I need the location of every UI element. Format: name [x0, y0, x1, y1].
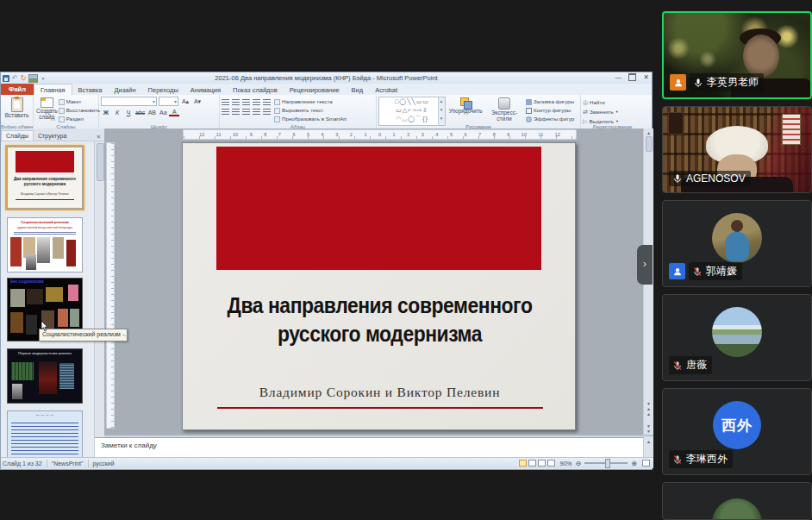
slide-thumbnail-2[interactable]: Социалистический реализм художественный …: [7, 217, 83, 273]
tab-insert[interactable]: Вставка: [72, 85, 109, 95]
tab-review[interactable]: Рецензирование: [284, 85, 346, 95]
align-left-icon[interactable]: [222, 109, 229, 115]
new-slide-button[interactable]: Создать слайд: [35, 97, 59, 122]
shape-outline-button[interactable]: Контур фигуры: [526, 107, 574, 114]
tab-home[interactable]: Главная: [34, 84, 72, 95]
slide-sorter-view-button[interactable]: [528, 460, 536, 467]
tab-view[interactable]: Вид: [346, 85, 370, 95]
bullets-icon[interactable]: [222, 99, 229, 105]
reading-view-button[interactable]: [538, 460, 546, 467]
participant-name: 李英男老师: [707, 75, 759, 90]
smartart-button[interactable]: Преобразовать в SmartArt: [274, 116, 347, 122]
shape-effects-button[interactable]: Эффекты фигур: [526, 116, 574, 122]
layout-button[interactable]: Макет: [59, 98, 101, 105]
video-panel-toggle[interactable]: ›: [637, 245, 653, 285]
tab-acrobat[interactable]: Acrobat: [369, 85, 403, 95]
close-panel-icon[interactable]: ✕: [93, 134, 104, 141]
normal-view-button[interactable]: [519, 460, 527, 467]
decrease-indent-icon[interactable]: [242, 99, 250, 105]
qat-dropdown-icon[interactable]: ▼: [41, 76, 45, 81]
zoom-slider[interactable]: [584, 462, 628, 464]
find-button[interactable]: ◎Найти: [583, 98, 642, 106]
char-spacing-button[interactable]: АВ: [147, 110, 157, 116]
participant-tile-4[interactable]: 唐薇: [662, 294, 812, 381]
tab-slideshow[interactable]: Показ слайдов: [227, 85, 284, 95]
arrange-button[interactable]: Упорядочить: [448, 97, 483, 122]
zoom-out-icon[interactable]: ⊖: [576, 460, 582, 467]
participant-tile-2[interactable]: AGENOSOV: [662, 106, 812, 193]
font-size-combo[interactable]: ▾: [159, 97, 178, 106]
line-spacing-icon[interactable]: [263, 99, 271, 105]
numbering-icon[interactable]: [232, 99, 240, 105]
strikethrough-button[interactable]: abc: [134, 110, 146, 116]
slides-panel-scrollbar[interactable]: ▼: [94, 141, 104, 457]
mic-on-icon: [672, 173, 683, 184]
participant-tile-5[interactable]: 西外 李琳西外: [662, 388, 812, 475]
shapes-gallery-scroll[interactable]: ▲▼▼: [438, 97, 445, 125]
slide-title[interactable]: Два направления современного русского мо…: [214, 291, 546, 348]
scrollbar-thumb[interactable]: [97, 143, 104, 181]
align-center-icon[interactable]: [232, 109, 240, 115]
text-direction-button[interactable]: Направление текста: [274, 98, 347, 105]
slide-canvas[interactable]: Два направления современного русского мо…: [182, 142, 576, 430]
language-indicator[interactable]: русский: [93, 460, 115, 467]
shrink-font-button[interactable]: А▾: [192, 98, 203, 105]
participant-tile-1[interactable]: 李英男老师: [662, 11, 812, 99]
close-button[interactable]: ✕: [643, 73, 649, 81]
section-button[interactable]: Раздел: [59, 116, 101, 122]
quick-access-toolbar: ↶ ↻ ▼: [3, 73, 45, 83]
slide-thumbnail-4[interactable]: Первые модернистские романы: [7, 348, 83, 404]
bold-button[interactable]: Ж: [101, 110, 111, 116]
scroll-up-icon[interactable]: ▲: [644, 130, 653, 135]
font-name-combo[interactable]: ▾: [101, 97, 157, 106]
zoom-slider-thumb[interactable]: [605, 459, 610, 468]
save-icon[interactable]: [3, 75, 9, 82]
shapes-gallery[interactable]: □◯╲╲▭▭ ▭△⌐¬⇨⇩ ◠◡◯⌒{} ▲▼▼: [378, 97, 446, 126]
previous-slide-icon[interactable]: ▲▲: [644, 406, 653, 417]
restore-button[interactable]: [628, 73, 636, 81]
minimize-button[interactable]: —: [615, 73, 621, 81]
increase-indent-icon[interactable]: [253, 99, 260, 105]
undo-icon[interactable]: ↶: [12, 74, 18, 82]
participant5-avatar: 西外: [713, 401, 761, 449]
participant-tile-3[interactable]: 郭靖媛: [662, 200, 812, 287]
edit-scrollbar-thumb[interactable]: [646, 136, 653, 152]
tab-outline-panel[interactable]: Структура: [34, 131, 71, 141]
tab-transitions[interactable]: Переходы: [142, 85, 184, 95]
change-case-button[interactable]: Аа: [158, 110, 168, 116]
tab-slides-panel[interactable]: Слайды: [1, 130, 34, 141]
redo-icon[interactable]: ↻: [21, 74, 27, 82]
slide-red-rectangle[interactable]: [216, 147, 541, 270]
shape-fill-button[interactable]: Заливка фигуры: [526, 98, 574, 105]
zoom-level[interactable]: 90%: [560, 460, 572, 467]
participant3-avatar: [712, 213, 762, 263]
grow-font-button[interactable]: А▴: [180, 98, 191, 105]
tab-animations[interactable]: Анимация: [184, 85, 227, 95]
notes-pane[interactable]: Заметки к слайду: [95, 437, 643, 457]
participant-tile-6[interactable]: [662, 482, 812, 520]
align-right-icon[interactable]: [242, 109, 250, 115]
reset-button[interactable]: Восстановить: [59, 107, 101, 114]
columns-icon[interactable]: [263, 109, 271, 115]
thumb2-image-book: [66, 240, 76, 266]
slideshow-view-button[interactable]: [547, 460, 555, 467]
underline-button[interactable]: Ч: [123, 110, 134, 116]
slide-thumbnail-5[interactable]: — · — · — · —: [7, 410, 83, 457]
paste-button[interactable]: Вставить: [3, 97, 31, 119]
replace-button[interactable]: ⇄Заменить ▼: [583, 108, 642, 116]
tab-file[interactable]: Файл: [1, 84, 34, 95]
slide-subtitle[interactable]: Владимир Сорокин и Виктор Пелевин: [191, 385, 568, 400]
justify-icon[interactable]: [253, 109, 260, 115]
title-bar[interactable]: 2021-06 Два направления модернизма (КНР)…: [1, 72, 652, 84]
zoom-in-icon[interactable]: ⊕: [631, 460, 637, 467]
tab-design[interactable]: Дизайн: [108, 85, 141, 95]
fit-to-window-button[interactable]: [642, 460, 650, 467]
italic-button[interactable]: К: [112, 110, 122, 116]
quick-styles-button[interactable]: Экспресс-стили: [485, 97, 523, 122]
align-text-button[interactable]: Выровнять текст: [274, 107, 347, 114]
notes-scrollbar[interactable]: ▲: [643, 437, 653, 457]
font-color-button[interactable]: А: [169, 109, 179, 116]
image-icon[interactable]: [28, 74, 38, 83]
slide-thumbnail-1[interactable]: Два направления современного русского мо…: [7, 147, 83, 209]
next-slide-icon[interactable]: ▼▼: [644, 423, 653, 434]
